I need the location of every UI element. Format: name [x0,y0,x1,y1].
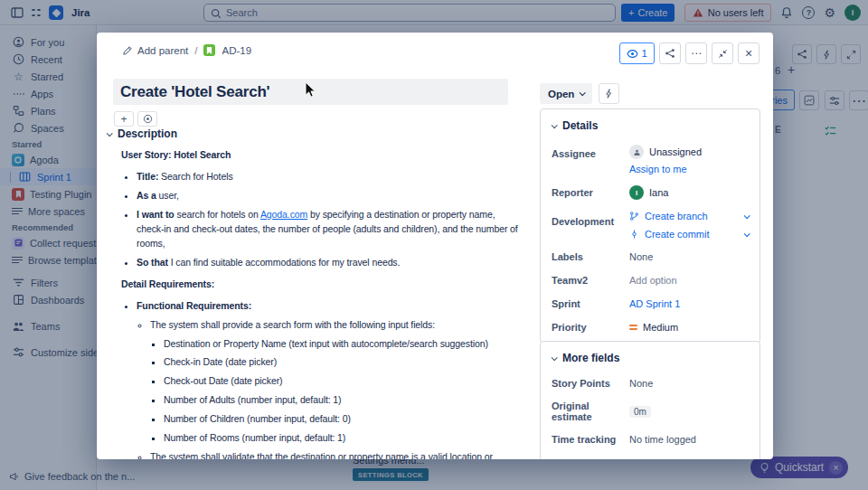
sprint-label: Sprint [552,298,629,309]
list-item: Number of Rooms (number input, default: … [164,431,521,446]
unassigned-avatar-icon [629,145,644,159]
priority-field[interactable]: Medium [629,322,749,333]
components-label: Components [552,457,629,459]
components-field[interactable]: Add components [629,457,749,459]
automation-button[interactable] [599,83,619,104]
chevron-down-icon [107,130,113,137]
labels-label: Labels [552,251,629,262]
app-window: Jira + Create No users left ? ⚙ I For y [0,0,868,490]
branch-icon [629,211,639,221]
chevron-down-icon [744,231,750,237]
story-points-field[interactable]: None [629,378,749,389]
list-item: Number of Children (number input, defaul… [164,412,521,427]
details-panel-heading[interactable]: Details [541,109,760,139]
list-item: Title: Search for Hotels [137,170,521,184]
labels-field[interactable]: None [629,251,749,262]
assign-to-me-link[interactable]: Assign to me [629,164,749,174]
original-estimate-label: Original estimate [552,400,629,422]
more-fields-heading[interactable]: More fields [541,342,760,372]
detail-requirements-heading: Detail Requirements: [121,278,521,292]
story-points-label: Story Points [552,378,629,389]
list-item: Destination or Property Name (text input… [164,337,521,352]
story-type-icon[interactable] [203,44,215,56]
priority-medium-icon [629,325,637,330]
list-item: Number of Adults (number input, default:… [164,393,521,408]
chevron-down-icon [744,212,750,219]
assignee-label: Assignee [552,148,629,159]
breadcrumb-separator: / [194,45,197,56]
issue-modal: Add parent / AD-19 1 ⋯ × Create 'Hotel S… [97,33,773,459]
collapse-button[interactable] [712,42,733,64]
user-story-heading: User Story: Hotel Search [121,148,521,163]
reporter-avatar: I [629,185,644,200]
commit-icon [629,229,639,240]
more-fields-panel: More fields Story Points None Original e… [540,341,760,459]
watchers-button[interactable]: 1 [619,42,655,64]
description-heading[interactable]: Description [107,127,521,140]
list-item: The system shall provide a search form w… [150,318,521,447]
assignee-field[interactable]: Unassigned [629,145,749,159]
list-item: Check-out Date (date picker) [164,374,521,389]
eye-icon [627,48,638,60]
share-button[interactable] [659,42,681,64]
chevron-down-icon [552,122,558,128]
teamv2-field[interactable]: Add option [629,275,749,286]
list-item: I want to search for hotels on Agoda.com… [137,208,521,251]
original-estimate-field[interactable]: 0m [629,406,749,418]
list-item: Functional Requirements: The system shal… [137,299,521,459]
reporter-field[interactable]: I Iana [629,185,749,200]
close-button[interactable]: × [738,42,760,64]
chevron-down-icon [552,354,558,361]
description-section: Description User Story: Hotel Search Tit… [107,127,521,459]
lightning-icon [604,89,614,99]
list-item: Check-in Date (date picker) [164,355,521,370]
add-content-button[interactable]: + [114,111,134,127]
add-parent-button[interactable]: Add parent [122,45,188,56]
list-item: So that I can find suitable accommodatio… [137,256,521,270]
issue-key-link[interactable]: AD-19 [222,45,251,56]
sprint-link[interactable]: AD Sprint 1 [629,298,749,309]
mouse-cursor [305,81,316,99]
list-item: As a user, [137,189,521,203]
time-tracking-field[interactable]: No time logged [629,434,749,445]
collapse-icon [718,49,728,59]
reporter-label: Reporter [552,187,629,198]
details-panel: Details Assignee Unassigned Assign to me… [540,108,760,344]
development-label: Development [552,216,629,227]
share-icon [665,48,675,59]
status-dropdown[interactable]: Open [540,83,592,104]
create-branch-link[interactable]: Create branch [629,211,749,221]
issue-title: Create 'Hotel Search' [120,83,269,101]
apps-target-button[interactable] [137,111,157,127]
list-item: The system shall validate that the desti… [150,450,521,459]
chevron-down-icon [580,90,586,96]
breadcrumb: Add parent / AD-19 [122,44,251,56]
edit-icon [122,45,133,56]
create-commit-link[interactable]: Create commit [629,229,749,240]
target-icon [143,114,153,124]
more-actions-button[interactable]: ⋯ [685,42,707,64]
agoda-link[interactable]: Agoda.com [260,209,307,220]
priority-label: Priority [552,322,629,333]
teamv2-label: Teamv2 [552,275,629,286]
time-tracking-label: Time tracking [552,434,629,445]
description-body[interactable]: User Story: Hotel Search Title: Search f… [121,148,521,459]
